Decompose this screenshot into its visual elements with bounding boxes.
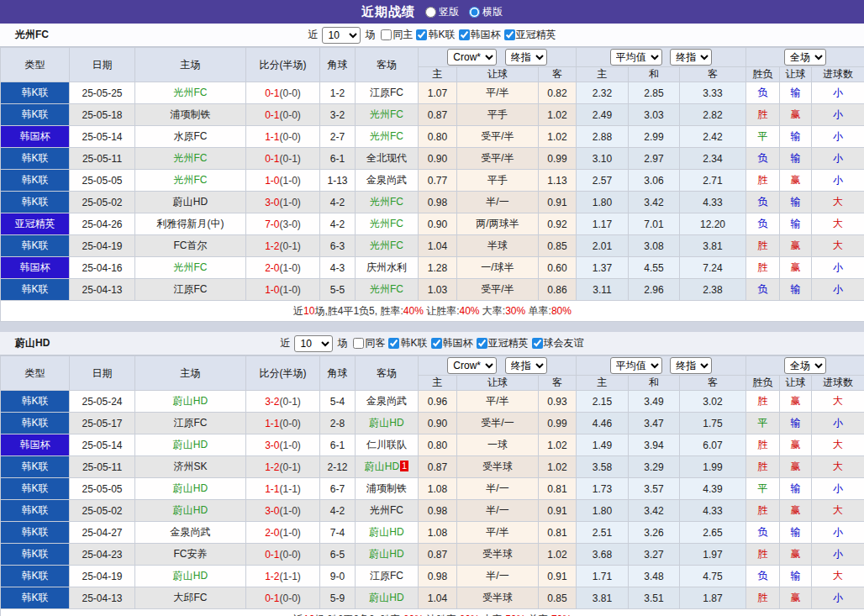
win-loss-result: 负 [746, 192, 780, 213]
average-time-select[interactable]: 终指 [670, 357, 712, 374]
home-team: 蔚山HD [135, 434, 246, 456]
avg-draw: 3.26 [629, 522, 680, 544]
fulltime-score: 1-2 [265, 240, 279, 252]
col-header-date: 日期 [70, 48, 135, 82]
vertical-radio-input[interactable] [425, 7, 436, 18]
match-row: 韩K联 25-05-18 浦项制铁 0-1(0-0) 3-2 光州FC 0.87… [1, 104, 864, 126]
checkbox-input[interactable] [388, 338, 399, 349]
match-rows: 韩K联 25-05-24 蔚山HD 3-2(0-1) 5-4 金泉尚武 0.96… [1, 391, 864, 609]
corner-score: 6-5 [320, 544, 356, 566]
filter-checkbox[interactable]: 韩K联 [385, 336, 427, 350]
result-scope-select[interactable]: 全场 [784, 49, 826, 66]
odds-source-select[interactable]: Crow* [447, 49, 497, 66]
filter-checkbox[interactable]: 同主 [377, 28, 413, 42]
horizontal-radio-input[interactable] [469, 7, 480, 18]
handicap-result: 赢 [780, 544, 812, 566]
match-date: 25-05-14 [70, 126, 135, 148]
section-header: 蔚山HD 近 10 场 同客韩K联韩国杯亚冠精英球会友谊 [0, 332, 864, 355]
odds-away: 0.82 [539, 82, 577, 104]
odds-home: 1.08 [419, 478, 457, 500]
away-team: 光州FC [356, 192, 419, 213]
avg-away: 4.39 [680, 478, 746, 500]
handicap-result: 赢 [780, 170, 812, 192]
away-team: 光州FC [356, 279, 419, 301]
handicap-result: 输 [780, 148, 812, 170]
avg-away: 2.71 [680, 170, 746, 192]
match-type-badge: 韩K联 [1, 235, 70, 257]
avg-draw: 3.03 [629, 104, 680, 126]
match-row: 韩K联 25-05-02 蔚山HD 3-0(1-0) 4-2 光州FC 0.98… [1, 500, 864, 522]
checkbox-input[interactable] [416, 29, 427, 40]
filter-checkbox[interactable]: 韩国杯 [456, 28, 501, 42]
col-header-handicap: 让球 [457, 67, 539, 82]
average-source-select[interactable]: 平均值 [610, 49, 662, 66]
checkbox-input[interactable] [504, 29, 515, 40]
match-row: 韩K联 25-04-27 金泉尚武 2-0(1-0) 7-4 蔚山HD 1.08… [1, 522, 864, 544]
checkbox-input[interactable] [532, 338, 543, 349]
home-team: 蔚山HD [135, 478, 246, 500]
col-header-handicap: 让球 [457, 376, 539, 391]
recent-results-panel: 近期战绩 竖版 横版 光州FC 近 10 场 同主韩K联韩国杯亚冠精英 [0, 0, 864, 616]
checkbox-input[interactable] [353, 338, 364, 349]
away-team: 浦项制铁 [356, 478, 419, 500]
filter-checkbox[interactable]: 亚冠精英 [501, 28, 556, 42]
summary-segment: 60% [459, 613, 479, 616]
match-score: 1-1(0-0) [246, 413, 320, 434]
result-scope-select[interactable]: 全场 [784, 357, 826, 374]
match-score: 1-1(0-0) [246, 126, 320, 148]
checkbox-input[interactable] [381, 29, 392, 40]
fulltime-score: 2-0 [265, 527, 279, 539]
filter-checkbox[interactable]: 同客 [350, 336, 385, 350]
handicap: 平/半 [457, 82, 539, 104]
odds-time-select[interactable]: 终指 [505, 357, 547, 374]
filter-checkbox[interactable]: 亚冠精英 [473, 336, 529, 350]
match-date: 25-05-02 [70, 500, 135, 522]
checkbox-input[interactable] [431, 338, 442, 349]
halftime-score: (1-0) [280, 262, 301, 274]
filter-checkbox[interactable]: 韩国杯 [428, 336, 473, 350]
halftime-score: (0-1) [280, 153, 301, 165]
match-date: 25-04-19 [70, 566, 135, 587]
home-team: 光州FC [135, 82, 246, 104]
checkbox-input[interactable] [477, 338, 487, 349]
halftime-score: (1-0) [280, 175, 301, 187]
games-count-select[interactable]: 10 [322, 27, 361, 44]
col-header-odds-home: 主 [419, 67, 457, 82]
match-row: 韩K联 25-04-13 大邱FC 0-1(0-0) 5-9 蔚山HD 1.04… [1, 587, 864, 609]
col-header-result: 胜负 [746, 67, 780, 82]
summary-segment: 70% [551, 613, 572, 616]
average-time-select[interactable]: 终指 [670, 49, 712, 66]
filter-checkbox[interactable]: 球会友谊 [529, 336, 584, 350]
halftime-score: (0-0) [280, 87, 301, 99]
checkbox-input[interactable] [459, 29, 470, 40]
col-header-handicap-result: 让球 [780, 67, 812, 82]
handicap: 两/两球半 [457, 213, 539, 235]
summary-row: 近10场,胜6平2负2, 胜率:60% 让胜率:60% 大率:50% 单率:70… [1, 609, 864, 616]
halftime-score: (0-0) [280, 131, 301, 143]
win-loss-result: 胜 [746, 170, 780, 192]
match-type-badge: 韩K联 [1, 587, 70, 609]
summary-segment: 10 [303, 613, 314, 616]
match-date: 25-04-27 [70, 522, 135, 544]
col-header-avg-away: 客 [680, 67, 746, 82]
team-name: 光州FC [15, 28, 49, 42]
avg-draw: 2.99 [629, 126, 680, 148]
goals-result: 大 [812, 213, 864, 235]
layout-radio-horizontal[interactable]: 横版 [469, 5, 503, 19]
match-score: 1-2(0-1) [246, 235, 320, 257]
odds-time-select[interactable]: 终指 [505, 49, 547, 66]
away-team: 光州FC [356, 500, 419, 522]
odds-home: 1.04 [419, 587, 457, 609]
filter-checkbox[interactable]: 韩K联 [413, 28, 455, 42]
handicap: 一球 [457, 434, 539, 456]
home-team: FC首尔 [135, 235, 246, 257]
avg-away: 2.82 [680, 104, 746, 126]
match-type-badge: 韩国杯 [1, 126, 70, 148]
halftime-score: (1-0) [280, 527, 301, 539]
odds-source-select[interactable]: Crow* [447, 357, 497, 374]
home-team: 江原FC [135, 279, 246, 301]
average-source-select[interactable]: 平均值 [610, 357, 662, 374]
games-count-select[interactable]: 10 [294, 335, 333, 352]
match-type-badge: 韩K联 [1, 478, 70, 500]
layout-radio-vertical[interactable]: 竖版 [425, 5, 459, 19]
